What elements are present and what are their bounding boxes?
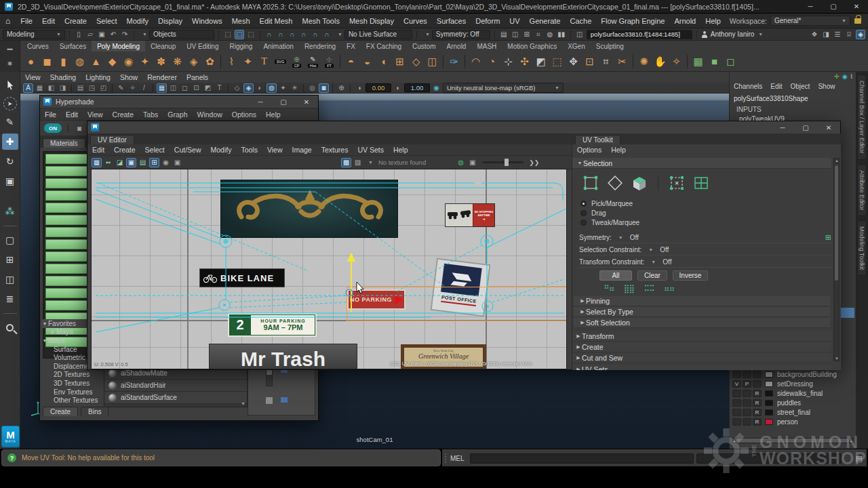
- layer-color-swatch[interactable]: [765, 400, 773, 406]
- layer-visible-toggle[interactable]: [732, 371, 741, 378]
- curve-tool-icon[interactable]: ⌇: [224, 53, 239, 70]
- layer-name[interactable]: street_final: [777, 409, 810, 416]
- uv-pixel-snap-icon[interactable]: ▪▪: [103, 158, 113, 167]
- uv-menu-modify[interactable]: Modify: [205, 146, 236, 154]
- shelf-tab-poly-modeling[interactable]: Poly Modeling: [92, 41, 145, 52]
- type-tool-icon[interactable]: T: [256, 53, 272, 70]
- two-pane-layout-icon[interactable]: ◫: [2, 271, 18, 287]
- section-uv-sets[interactable]: ▶UV Sets: [572, 365, 831, 370]
- uv-select-mode-icon[interactable]: [582, 174, 599, 192]
- poly-sphere-icon[interactable]: ●: [23, 53, 39, 70]
- uv-shell-icon[interactable]: ◪: [115, 158, 125, 167]
- layer-name[interactable]: sidewalks_final: [777, 390, 823, 397]
- sidebar-toggle-icon[interactable]: ◫: [575, 30, 585, 39]
- poly-platonic-icon[interactable]: ✿: [202, 53, 218, 70]
- freeze-transform-icon[interactable]: ⊹FT: [321, 53, 337, 70]
- close-icon[interactable]: ✕: [817, 121, 840, 134]
- combine-icon[interactable]: ◓: [343, 53, 359, 70]
- graph-mini-icon[interactable]: ⌇: [850, 73, 853, 80]
- hs-menu-window[interactable]: Window: [192, 110, 226, 119]
- layer-color-swatch[interactable]: [765, 371, 773, 378]
- section-create[interactable]: ▶Create: [572, 342, 831, 352]
- bookmark-icon[interactable]: ◨: [58, 83, 68, 93]
- texture-display-icon[interactable]: ▩: [341, 158, 351, 167]
- maximize-icon[interactable]: ▢: [272, 96, 295, 108]
- tree-item[interactable]: 2D Textures: [41, 371, 105, 380]
- grid-display-icon[interactable]: ▦: [157, 83, 167, 93]
- image-plane-icon[interactable]: ▤: [75, 83, 85, 93]
- tree-item[interactable]: 3D Textures: [41, 379, 105, 388]
- minimize-icon[interactable]: ─: [249, 96, 272, 108]
- grow-selection-icon[interactable]: ⠶⠶: [664, 284, 675, 293]
- sweep-mesh-icon[interactable]: ✦: [240, 53, 256, 70]
- shelf-menu-icon[interactable]: ▬: [7, 45, 13, 52]
- uv-menu-help[interactable]: Help: [389, 146, 413, 154]
- uv-borders-icon[interactable]: ▣: [126, 158, 136, 167]
- poly-cylinder-icon[interactable]: ▮: [56, 53, 71, 70]
- hs-menu-help[interactable]: Help: [261, 110, 285, 119]
- section-select-by-type[interactable]: ▶Select By Type: [574, 307, 830, 317]
- move-tool-icon[interactable]: ✚: [2, 134, 18, 150]
- gate-mask-icon[interactable]: ⊡: [191, 83, 201, 93]
- panel-menu-renderer[interactable]: Renderer: [142, 73, 182, 81]
- snap-view-plane-icon[interactable]: ∩: [311, 30, 320, 39]
- hs-menu-file[interactable]: File: [40, 110, 61, 119]
- uv-menu-select[interactable]: Select: [140, 146, 170, 154]
- layer-row[interactable]: R person: [732, 418, 798, 426]
- undo-icon[interactable]: ↶: [108, 30, 118, 39]
- uv-sew-icon[interactable]: ✥: [566, 53, 581, 70]
- close-icon[interactable]: ✕: [295, 96, 318, 108]
- layer-name[interactable]: setDressing: [777, 380, 813, 388]
- lasso-tool-icon[interactable]: ➤: [3, 97, 17, 110]
- texture-view-icon[interactable]: ⌗: [534, 30, 543, 39]
- shelf-tab-rendering[interactable]: Rendering: [299, 41, 341, 52]
- shelf-tab-custom[interactable]: Custom: [407, 41, 441, 52]
- four-pane-layout-icon[interactable]: ⊞: [2, 251, 18, 268]
- shadows-icon[interactable]: ◐: [255, 83, 265, 93]
- quick-selection-field[interactable]: [587, 30, 692, 39]
- single-pane-layout-icon[interactable]: ▢: [2, 232, 18, 248]
- tab-create[interactable]: Create: [43, 407, 78, 416]
- toolbar-overflow-icon[interactable]: ❯❯: [529, 159, 539, 166]
- save-scene-icon[interactable]: ▣: [97, 30, 106, 39]
- open-scene-icon[interactable]: ▱: [85, 30, 95, 39]
- layer-display-toggle[interactable]: R: [753, 399, 762, 407]
- toolkit-scrollbar[interactable]: ▲ ▼: [833, 158, 840, 361]
- symmetrize-icon[interactable]: ✂: [614, 53, 630, 70]
- selection-constraint-value[interactable]: Off: [660, 246, 669, 253]
- layer-playback-toggle[interactable]: P: [743, 380, 751, 388]
- symmetry-brush-icon[interactable]: ⊞: [825, 233, 831, 242]
- speed-ramp-icon[interactable]: ◉: [842, 73, 848, 80]
- drag-handle[interactable]: [445, 453, 448, 463]
- menu-create[interactable]: Create: [60, 17, 92, 25]
- layer-color-swatch[interactable]: [765, 409, 773, 415]
- uv-menu-uv-sets[interactable]: UV Sets: [353, 146, 389, 154]
- uv-unfold-icon[interactable]: ⊡: [582, 53, 597, 70]
- section-cut-and-sew[interactable]: ▶Cut and Sew: [572, 353, 831, 363]
- exposure-icon[interactable]: ◑: [354, 83, 364, 93]
- snap-projected-center-icon[interactable]: ∩: [299, 30, 309, 39]
- uv-dim-image-icon[interactable]: ◉: [161, 158, 171, 167]
- slider-thumb[interactable]: [266, 397, 273, 404]
- move-axes-icon[interactable]: ✛: [834, 73, 840, 80]
- select-tool-icon[interactable]: [2, 77, 18, 94]
- menu-windows[interactable]: Windows: [187, 17, 227, 25]
- tk-menu-options[interactable]: Options: [572, 146, 606, 154]
- uv-editor-toggle-icon[interactable]: ◈: [856, 30, 865, 39]
- hypershade-toggle-icon[interactable]: ☰: [833, 30, 842, 39]
- selection-section-header[interactable]: ▼Selection: [572, 158, 831, 169]
- minimize-icon[interactable]: ─: [771, 121, 794, 134]
- separate-icon[interactable]: ◒: [359, 53, 375, 70]
- rotate-tool-icon[interactable]: ↻: [2, 153, 18, 169]
- layer-visible-toggle[interactable]: [732, 399, 741, 407]
- menu-generate[interactable]: Generate: [525, 17, 566, 25]
- color-chip[interactable]: [281, 397, 288, 403]
- poly-pipe-icon[interactable]: ◉: [121, 53, 136, 70]
- cb-menu-edit[interactable]: Edit: [766, 83, 786, 90]
- menu-help[interactable]: Help: [701, 17, 726, 25]
- command-language-label[interactable]: MEL: [450, 455, 465, 462]
- menu-deform[interactable]: Deform: [471, 17, 505, 25]
- uv-menu-image[interactable]: Image: [288, 146, 317, 154]
- edge-select-mode-icon[interactable]: [606, 174, 624, 192]
- layer-playback-toggle[interactable]: [743, 371, 751, 378]
